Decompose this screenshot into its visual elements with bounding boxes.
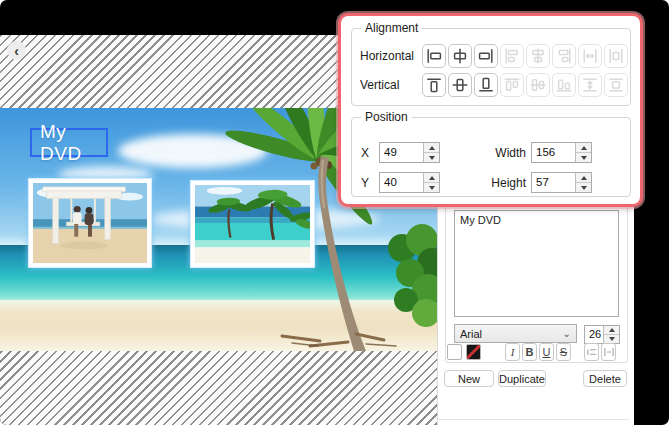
- vertical-alignment-row: Vertical: [360, 73, 628, 97]
- width-down-button[interactable]: [576, 153, 591, 162]
- align-top-edges-button: [500, 73, 524, 97]
- new-label: New: [458, 373, 480, 385]
- distribute-vertically-button: [578, 73, 602, 97]
- arrow-up-icon: [609, 328, 615, 332]
- align-middle-button[interactable]: [448, 73, 472, 97]
- y-down-button[interactable]: [424, 183, 439, 192]
- alignment-groupbox: Alignment Horizontal Vertical: [351, 28, 631, 106]
- chevron-down-icon: ⌄: [563, 330, 571, 338]
- back-icon: ‹: [14, 43, 19, 59]
- strikethrough-button[interactable]: S: [556, 343, 571, 361]
- text-outline-color-swatch[interactable]: [466, 344, 481, 360]
- align-vertical-centers-icon: [530, 77, 546, 93]
- underline-label: U: [543, 346, 551, 358]
- alignment-group-title: Alignment: [361, 21, 422, 35]
- horizontal-alignment-row: Horizontal: [360, 44, 628, 68]
- font-size-value: 26: [585, 326, 603, 343]
- height-value: 57: [532, 173, 575, 192]
- duplicate-label: Duplicate: [499, 373, 545, 385]
- align-right-edges-button: [552, 44, 576, 68]
- distribute-horizontally-button: [578, 44, 602, 68]
- height-stepper[interactable]: 57: [531, 172, 592, 193]
- width-label: Width: [472, 146, 526, 160]
- equal-vertical-spacing-icon: [608, 77, 624, 93]
- x-value: 49: [380, 143, 423, 162]
- bold-label: B: [526, 346, 534, 358]
- font-family-select[interactable]: Arial ⌄: [454, 324, 577, 343]
- height-down-button[interactable]: [576, 183, 591, 192]
- font-size-up-button[interactable]: [604, 326, 619, 335]
- align-left-edges-icon: [504, 48, 520, 64]
- x-up-button[interactable]: [424, 143, 439, 153]
- italic-button[interactable]: I: [505, 343, 520, 361]
- annotation-highlight-panel: Alignment Horizontal Vertical: [338, 13, 643, 207]
- align-center-icon: [452, 48, 468, 64]
- position-groupbox: Position X 49 Width 156 Y 40: [351, 117, 631, 197]
- vertical-label: Vertical: [360, 78, 422, 92]
- app-window: ‹: [0, 0, 669, 425]
- text-items-list[interactable]: My DVD: [454, 210, 619, 317]
- height-label: Height: [472, 176, 526, 190]
- delete-label: Delete: [589, 373, 621, 385]
- align-left-button[interactable]: [422, 44, 446, 68]
- width-value: 156: [532, 143, 575, 162]
- arrow-down-icon: [609, 337, 615, 341]
- line-spacing-icon: [586, 346, 598, 358]
- list-item[interactable]: My DVD: [460, 214, 613, 226]
- y-value: 40: [380, 173, 423, 192]
- underline-button[interactable]: U: [539, 343, 554, 361]
- arrow-down-icon: [581, 186, 587, 190]
- photo-2-image: [195, 185, 310, 263]
- duplicate-button[interactable]: Duplicate: [498, 370, 546, 387]
- align-bottom-button[interactable]: [474, 73, 498, 97]
- x-label: X: [361, 146, 369, 160]
- align-right-icon: [478, 48, 494, 64]
- font-size-down-button[interactable]: [604, 335, 619, 343]
- height-up-button[interactable]: [576, 173, 591, 183]
- x-stepper[interactable]: 49: [379, 142, 440, 163]
- y-label: Y: [361, 176, 369, 190]
- back-button[interactable]: ‹: [7, 41, 26, 60]
- equal-horizontal-spacing-icon: [608, 48, 624, 64]
- new-button[interactable]: New: [444, 370, 494, 387]
- arrow-up-icon: [581, 176, 587, 180]
- font-size-stepper[interactable]: 26: [584, 325, 620, 344]
- align-left-icon: [426, 48, 442, 64]
- align-right-button[interactable]: [474, 44, 498, 68]
- photo-1-image: [33, 183, 147, 263]
- arrow-down-icon: [429, 186, 435, 190]
- equal-horizontal-spacing-button: [604, 44, 628, 68]
- photo-frame-1[interactable]: [28, 178, 152, 268]
- menu-title-text-object[interactable]: My DVD: [30, 128, 108, 157]
- align-horizontal-centers-button: [526, 44, 550, 68]
- width-up-button[interactable]: [576, 143, 591, 153]
- align-top-icon: [426, 77, 442, 93]
- y-up-button[interactable]: [424, 173, 439, 183]
- bold-button[interactable]: B: [522, 343, 537, 361]
- y-stepper[interactable]: 40: [379, 172, 440, 193]
- align-left-edges-button: [500, 44, 524, 68]
- align-right-edges-icon: [556, 48, 572, 64]
- horizontal-label: Horizontal: [360, 49, 422, 63]
- align-middle-icon: [452, 77, 468, 93]
- arrow-up-icon: [429, 146, 435, 150]
- arrow-up-icon: [581, 146, 587, 150]
- width-stepper[interactable]: 156: [531, 142, 592, 163]
- position-group-title: Position: [361, 110, 412, 124]
- align-vertical-centers-button: [526, 73, 550, 97]
- align-bottom-icon: [478, 77, 494, 93]
- align-center-button[interactable]: [448, 44, 472, 68]
- equal-vertical-spacing-button: [604, 73, 628, 97]
- x-down-button[interactable]: [424, 153, 439, 162]
- align-horizontal-centers-icon: [530, 48, 546, 64]
- delete-button[interactable]: Delete: [583, 370, 627, 387]
- photo-frame-2[interactable]: [190, 180, 315, 268]
- letter-spacing-button[interactable]: [601, 343, 616, 361]
- line-spacing-button[interactable]: [584, 343, 599, 361]
- arrow-up-icon: [429, 176, 435, 180]
- align-top-button[interactable]: [422, 73, 446, 97]
- menu-title-label: My DVD: [40, 121, 106, 165]
- distribute-horizontally-icon: [582, 48, 598, 64]
- text-fill-color-swatch[interactable]: [447, 344, 462, 360]
- align-bottom-edges-icon: [556, 77, 572, 93]
